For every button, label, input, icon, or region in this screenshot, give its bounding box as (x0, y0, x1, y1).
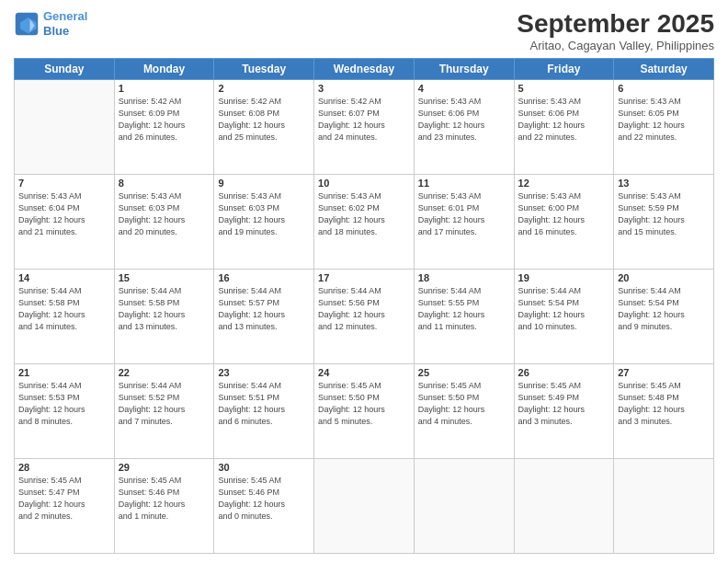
calendar-cell: 16Sunrise: 5:44 AMSunset: 5:57 PMDayligh… (214, 270, 314, 364)
calendar-cell (514, 459, 614, 554)
day-number: 18 (418, 272, 510, 283)
calendar-cell: 1Sunrise: 5:42 AMSunset: 6:09 PMDaylight… (114, 80, 214, 175)
day-info: Sunrise: 5:44 AMSunset: 5:54 PMDaylight:… (518, 285, 610, 333)
day-number: 19 (518, 272, 610, 283)
calendar-cell: 7Sunrise: 5:43 AMSunset: 6:04 PMDaylight… (15, 175, 115, 270)
calendar-cell: 20Sunrise: 5:44 AMSunset: 5:54 PMDayligh… (614, 270, 714, 364)
calendar-cell: 30Sunrise: 5:45 AMSunset: 5:46 PMDayligh… (214, 459, 314, 554)
calendar-cell: 27Sunrise: 5:45 AMSunset: 5:48 PMDayligh… (614, 364, 714, 459)
day-info: Sunrise: 5:43 AMSunset: 6:03 PMDaylight:… (218, 190, 310, 238)
day-info: Sunrise: 5:42 AMSunset: 6:08 PMDaylight:… (218, 96, 310, 144)
day-info: Sunrise: 5:43 AMSunset: 6:05 PMDaylight:… (618, 96, 710, 144)
header-sunday: Sunday (15, 59, 115, 80)
logo-text: General Blue (43, 9, 87, 38)
calendar-cell: 29Sunrise: 5:45 AMSunset: 5:46 PMDayligh… (114, 459, 214, 554)
calendar-cell: 13Sunrise: 5:43 AMSunset: 5:59 PMDayligh… (614, 175, 714, 270)
day-info: Sunrise: 5:43 AMSunset: 5:59 PMDaylight:… (618, 190, 710, 238)
day-number: 3 (318, 83, 410, 94)
day-info: Sunrise: 5:43 AMSunset: 6:06 PMDaylight:… (418, 96, 510, 144)
calendar-cell: 9Sunrise: 5:43 AMSunset: 6:03 PMDaylight… (214, 175, 314, 270)
header-thursday: Thursday (414, 59, 514, 80)
calendar-cell: 28Sunrise: 5:45 AMSunset: 5:47 PMDayligh… (15, 459, 115, 554)
day-info: Sunrise: 5:45 AMSunset: 5:49 PMDaylight:… (518, 380, 610, 428)
calendar-cell: 22Sunrise: 5:44 AMSunset: 5:52 PMDayligh… (114, 364, 214, 459)
day-info: Sunrise: 5:44 AMSunset: 5:52 PMDaylight:… (119, 380, 210, 428)
day-number: 14 (18, 272, 110, 283)
day-info: Sunrise: 5:43 AMSunset: 6:04 PMDaylight:… (18, 190, 110, 238)
location-subtitle: Aritao, Cagayan Valley, Philippines (517, 39, 714, 52)
calendar-week-row: 1Sunrise: 5:42 AMSunset: 6:09 PMDaylight… (15, 80, 714, 175)
header-wednesday: Wednesday (314, 59, 415, 80)
day-info: Sunrise: 5:44 AMSunset: 5:56 PMDaylight:… (318, 285, 410, 333)
day-number: 12 (518, 178, 610, 189)
calendar-cell: 6Sunrise: 5:43 AMSunset: 6:05 PMDaylight… (614, 80, 714, 175)
calendar-cell: 25Sunrise: 5:45 AMSunset: 5:50 PMDayligh… (414, 364, 514, 459)
day-number: 28 (18, 462, 110, 473)
calendar-cell: 15Sunrise: 5:44 AMSunset: 5:58 PMDayligh… (114, 270, 214, 364)
day-info: Sunrise: 5:44 AMSunset: 5:51 PMDaylight:… (218, 380, 310, 428)
calendar-cell: 26Sunrise: 5:45 AMSunset: 5:49 PMDayligh… (514, 364, 614, 459)
logo: General Blue (14, 9, 87, 38)
calendar-cell: 8Sunrise: 5:43 AMSunset: 6:03 PMDaylight… (114, 175, 214, 270)
calendar-cell: 18Sunrise: 5:44 AMSunset: 5:55 PMDayligh… (414, 270, 514, 364)
day-number: 1 (119, 83, 210, 94)
header-monday: Monday (114, 59, 214, 80)
day-number: 17 (318, 272, 410, 283)
day-number: 26 (518, 367, 610, 378)
calendar-cell: 5Sunrise: 5:43 AMSunset: 6:06 PMDaylight… (514, 80, 614, 175)
calendar-table: Sunday Monday Tuesday Wednesday Thursday… (14, 58, 714, 554)
day-number: 20 (618, 272, 710, 283)
day-number: 22 (119, 367, 210, 378)
day-number: 21 (18, 367, 110, 378)
calendar-cell: 3Sunrise: 5:42 AMSunset: 6:07 PMDaylight… (314, 80, 415, 175)
day-info: Sunrise: 5:45 AMSunset: 5:50 PMDaylight:… (418, 380, 510, 428)
day-number: 23 (218, 367, 310, 378)
day-number: 10 (318, 178, 410, 189)
day-info: Sunrise: 5:42 AMSunset: 6:07 PMDaylight:… (318, 96, 410, 144)
calendar-cell (414, 459, 514, 554)
logo-line1: General (43, 9, 87, 24)
day-info: Sunrise: 5:44 AMSunset: 5:54 PMDaylight:… (618, 285, 710, 333)
day-info: Sunrise: 5:45 AMSunset: 5:48 PMDaylight:… (618, 380, 710, 428)
day-info: Sunrise: 5:45 AMSunset: 5:50 PMDaylight:… (318, 380, 410, 428)
logo-icon (14, 11, 40, 37)
header-tuesday: Tuesday (214, 59, 314, 80)
header-friday: Friday (514, 59, 614, 80)
day-info: Sunrise: 5:43 AMSunset: 6:00 PMDaylight:… (518, 190, 610, 238)
day-info: Sunrise: 5:44 AMSunset: 5:53 PMDaylight:… (18, 380, 110, 428)
calendar-cell: 19Sunrise: 5:44 AMSunset: 5:54 PMDayligh… (514, 270, 614, 364)
calendar-week-row: 7Sunrise: 5:43 AMSunset: 6:04 PMDaylight… (15, 175, 714, 270)
page: General Blue September 2025 Aritao, Caga… (0, 0, 728, 563)
day-number: 6 (618, 83, 710, 94)
day-number: 8 (119, 178, 210, 189)
day-info: Sunrise: 5:44 AMSunset: 5:58 PMDaylight:… (18, 285, 110, 333)
day-number: 9 (218, 178, 310, 189)
day-info: Sunrise: 5:44 AMSunset: 5:55 PMDaylight:… (418, 285, 510, 333)
day-info: Sunrise: 5:43 AMSunset: 6:01 PMDaylight:… (418, 190, 510, 238)
month-title: September 2025 (517, 9, 714, 39)
calendar-week-row: 28Sunrise: 5:45 AMSunset: 5:47 PMDayligh… (15, 459, 714, 554)
day-number: 25 (418, 367, 510, 378)
calendar-cell: 12Sunrise: 5:43 AMSunset: 6:00 PMDayligh… (514, 175, 614, 270)
day-number: 5 (518, 83, 610, 94)
calendar-week-row: 14Sunrise: 5:44 AMSunset: 5:58 PMDayligh… (15, 270, 714, 364)
day-number: 27 (618, 367, 710, 378)
logo-line2: Blue (43, 24, 87, 39)
day-number: 24 (318, 367, 410, 378)
day-number: 16 (218, 272, 310, 283)
day-info: Sunrise: 5:42 AMSunset: 6:09 PMDaylight:… (119, 96, 210, 144)
calendar-cell: 14Sunrise: 5:44 AMSunset: 5:58 PMDayligh… (15, 270, 115, 364)
day-number: 15 (119, 272, 210, 283)
calendar-cell: 17Sunrise: 5:44 AMSunset: 5:56 PMDayligh… (314, 270, 415, 364)
day-number: 11 (418, 178, 510, 189)
day-number: 2 (218, 83, 310, 94)
day-info: Sunrise: 5:45 AMSunset: 5:46 PMDaylight:… (119, 475, 210, 523)
title-block: September 2025 Aritao, Cagayan Valley, P… (517, 9, 714, 52)
day-number: 29 (119, 462, 210, 473)
day-number: 4 (418, 83, 510, 94)
day-info: Sunrise: 5:43 AMSunset: 6:03 PMDaylight:… (119, 190, 210, 238)
weekday-header-row: Sunday Monday Tuesday Wednesday Thursday… (15, 59, 714, 80)
calendar-cell: 4Sunrise: 5:43 AMSunset: 6:06 PMDaylight… (414, 80, 514, 175)
day-info: Sunrise: 5:44 AMSunset: 5:58 PMDaylight:… (119, 285, 210, 333)
calendar-cell: 21Sunrise: 5:44 AMSunset: 5:53 PMDayligh… (15, 364, 115, 459)
